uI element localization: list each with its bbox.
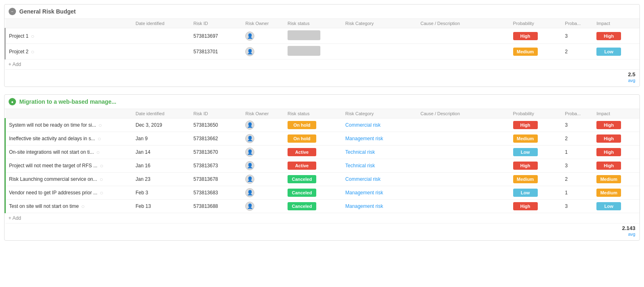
row-status[interactable]: On hold bbox=[284, 132, 342, 146]
row-probability[interactable]: Low bbox=[510, 186, 562, 200]
row-status[interactable]: On hold bbox=[284, 118, 342, 132]
row-impact[interactable]: High bbox=[593, 159, 639, 173]
comment-icon[interactable]: ○ bbox=[81, 203, 84, 210]
col-header-col-status: Risk status bbox=[284, 19, 342, 28]
comment-icon[interactable]: ○ bbox=[31, 48, 34, 55]
row-probability[interactable]: Medium bbox=[510, 44, 562, 59]
row-owner[interactable]: 👤 bbox=[242, 28, 284, 44]
comment-icon[interactable]: ○ bbox=[98, 135, 101, 142]
table-row: On-site integrations will not start on t… bbox=[5, 146, 640, 159]
impact-badge[interactable]: High bbox=[596, 148, 621, 156]
row-name-cell: Project 1○ bbox=[5, 28, 132, 44]
comment-icon[interactable]: ○ bbox=[100, 162, 103, 169]
impact-badge[interactable]: High bbox=[596, 134, 621, 143]
row-probability[interactable]: High bbox=[510, 28, 562, 44]
impact-badge[interactable]: High bbox=[596, 121, 621, 129]
impact-badge[interactable]: Low bbox=[596, 48, 621, 56]
impact-badge[interactable]: Medium bbox=[596, 189, 621, 197]
category-link[interactable]: Technical risk bbox=[345, 163, 375, 169]
row-cause bbox=[417, 44, 509, 59]
row-cause bbox=[417, 132, 509, 146]
row-risk-id: 573813678 bbox=[190, 173, 242, 186]
row-status[interactable] bbox=[284, 44, 342, 59]
status-badge[interactable]: On hold bbox=[288, 134, 316, 143]
row-proba-num: 3 bbox=[562, 28, 593, 44]
category-link[interactable]: Management risk bbox=[345, 203, 383, 209]
row-status[interactable]: Canceled bbox=[284, 200, 342, 213]
row-impact[interactable]: Low bbox=[593, 200, 639, 213]
row-owner[interactable]: 👤 bbox=[242, 118, 284, 132]
row-owner[interactable]: 👤 bbox=[242, 200, 284, 213]
probability-badge[interactable]: Medium bbox=[513, 48, 538, 56]
row-impact[interactable]: High bbox=[593, 118, 639, 132]
category-link[interactable]: Technical risk bbox=[345, 149, 375, 155]
toggle-icon-0[interactable]: − bbox=[9, 8, 16, 15]
comment-icon[interactable]: ○ bbox=[98, 122, 102, 128]
row-status[interactable]: Canceled bbox=[284, 173, 342, 186]
row-probability[interactable]: High bbox=[510, 118, 562, 132]
category-link[interactable]: Management risk bbox=[345, 190, 383, 196]
category-link[interactable]: Commercial risk bbox=[345, 176, 381, 182]
comment-icon[interactable]: ○ bbox=[100, 176, 103, 182]
category-link[interactable]: Management risk bbox=[345, 136, 383, 141]
row-status[interactable]: Canceled bbox=[284, 186, 342, 200]
avg-row: 2.5avg bbox=[5, 70, 639, 87]
add-label[interactable]: + Add bbox=[5, 59, 640, 70]
probability-badge[interactable]: Low bbox=[513, 189, 538, 197]
status-badge[interactable]: Active bbox=[288, 162, 316, 170]
comment-icon[interactable]: ○ bbox=[31, 33, 34, 39]
probability-badge[interactable]: High bbox=[513, 121, 538, 129]
row-probability[interactable]: Medium bbox=[510, 132, 562, 146]
probability-badge[interactable]: High bbox=[513, 202, 538, 210]
row-status[interactable]: Active bbox=[284, 146, 342, 159]
probability-badge[interactable]: Medium bbox=[513, 175, 538, 183]
row-status[interactable]: Active bbox=[284, 159, 342, 173]
row-owner[interactable]: 👤 bbox=[242, 159, 284, 173]
add-row[interactable]: + Add bbox=[5, 59, 640, 70]
impact-badge[interactable]: High bbox=[596, 162, 621, 170]
add-label[interactable]: + Add bbox=[5, 213, 640, 223]
row-impact[interactable]: Medium bbox=[593, 186, 639, 200]
probability-badge[interactable]: High bbox=[513, 32, 538, 40]
row-impact[interactable]: Low bbox=[593, 44, 639, 59]
row-probability[interactable]: High bbox=[510, 200, 562, 213]
row-probability[interactable]: Low bbox=[510, 146, 562, 159]
row-owner[interactable]: 👤 bbox=[242, 146, 284, 159]
row-proba-num: 2 bbox=[562, 173, 593, 186]
add-row[interactable]: + Add bbox=[5, 213, 640, 223]
impact-badge[interactable]: Medium bbox=[596, 175, 621, 183]
row-status[interactable] bbox=[284, 28, 342, 44]
impact-badge[interactable]: High bbox=[596, 32, 621, 40]
probability-badge[interactable]: Low bbox=[513, 148, 538, 156]
status-badge[interactable]: On hold bbox=[288, 121, 316, 129]
status-badge[interactable]: Canceled bbox=[288, 189, 316, 197]
row-name-text: System will not be ready on time for si.… bbox=[9, 122, 96, 128]
avatar: 👤 bbox=[245, 175, 254, 184]
main-container: −General Risk BudgetDate identifiedRisk … bbox=[0, 0, 644, 252]
row-impact[interactable]: Medium bbox=[593, 173, 639, 186]
row-owner[interactable]: 👤 bbox=[242, 186, 284, 200]
status-badge[interactable]: Canceled bbox=[288, 175, 316, 183]
category-link[interactable]: Commercial risk bbox=[345, 122, 381, 128]
probability-badge[interactable]: High bbox=[513, 162, 538, 170]
row-cause bbox=[417, 118, 509, 132]
row-impact[interactable]: High bbox=[593, 28, 639, 44]
avatar: 👤 bbox=[245, 148, 254, 157]
probability-badge[interactable]: Medium bbox=[513, 134, 538, 143]
row-probability[interactable]: Medium bbox=[510, 173, 562, 186]
status-badge[interactable]: Active bbox=[288, 148, 316, 156]
status-badge[interactable]: Canceled bbox=[288, 202, 316, 210]
row-date: Jan 9 bbox=[132, 132, 190, 146]
toggle-icon-1[interactable]: ● bbox=[9, 98, 16, 105]
avatar: 👤 bbox=[245, 32, 254, 41]
row-name-content: Risk Launching commercial service on...○ bbox=[9, 176, 129, 182]
row-owner[interactable]: 👤 bbox=[242, 44, 284, 59]
impact-badge[interactable]: Low bbox=[596, 202, 621, 210]
row-impact[interactable]: High bbox=[593, 132, 639, 146]
comment-icon[interactable]: ○ bbox=[96, 149, 100, 155]
row-impact[interactable]: High bbox=[593, 146, 639, 159]
row-probability[interactable]: High bbox=[510, 159, 562, 173]
row-owner[interactable]: 👤 bbox=[242, 132, 284, 146]
comment-icon[interactable]: ○ bbox=[100, 189, 103, 196]
row-owner[interactable]: 👤 bbox=[242, 173, 284, 186]
